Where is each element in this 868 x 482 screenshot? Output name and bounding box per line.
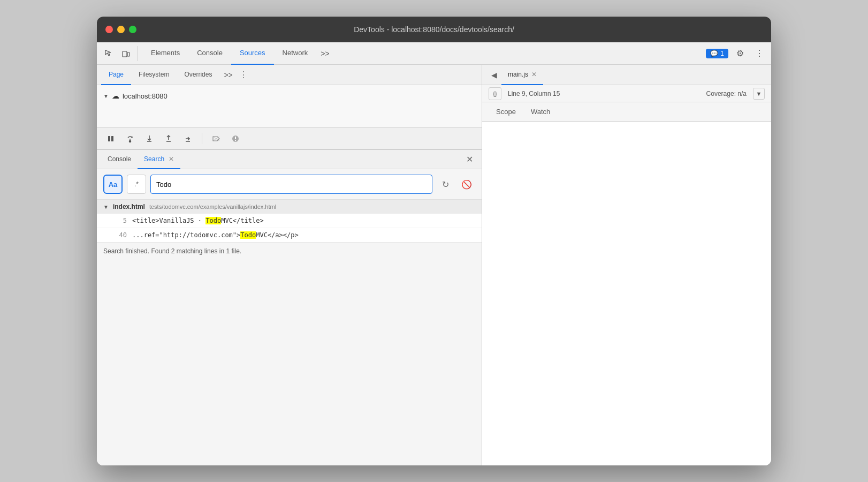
editor-header: ◀ main.js ✕ [482,65,771,85]
search-tab-label: Search [144,155,164,163]
format-source-button[interactable]: {} [489,87,501,100]
coverage-download-button[interactable]: ▼ [753,88,765,100]
main-area: Page Filesystem Overrides >> ⋮ ▼ ☁ local… [97,65,771,465]
step-out-button[interactable] [161,131,176,146]
refresh-search-button[interactable]: ↻ [437,176,454,193]
triangle-icon: ▼ [103,93,109,99]
line-content-5: <title>VanillaJS · TodoMVC</title> [132,217,264,224]
bottom-tabs: Console Search ✕ ✕ [97,150,482,169]
line-highlight-1: Todo [240,231,256,239]
bottom-panel: Console Search ✕ ✕ Aa .* ↻ [97,149,482,465]
notification-count: 1 [720,50,724,57]
pause-on-exceptions-button[interactable] [228,131,243,146]
file-tab-name: main.js [508,71,528,78]
search-input-area: Aa .* ↻ 🚫 [97,169,482,200]
pause-button[interactable] [103,131,118,146]
line-number-5: 5 [114,217,127,224]
host-label: localhost:8080 [123,92,167,100]
sources-tab-page[interactable]: Page [101,65,131,85]
line-content-40: ...ref="http://todomvc.com">TodoMVC</a><… [132,231,299,239]
file-tree-host[interactable]: ▼ ☁ localhost:8080 [97,89,482,102]
svg-rect-7 [235,140,236,141]
line-before-0: <title>VanillaJS · [132,217,205,224]
line-after-0: MVC</title> [221,217,263,224]
editor-file-tab[interactable]: main.js ✕ [501,65,543,85]
file-tab-close[interactable]: ✕ [531,71,537,78]
match-case-button[interactable]: Aa [103,175,123,194]
editor-nav-button[interactable]: ◀ [486,67,501,82]
result-file-name: index.html [113,203,145,210]
regex-button[interactable]: .* [127,175,146,194]
devtools-panel: Elements Console Sources Network >> 💬 1 … [97,42,771,465]
bottom-tab-console[interactable]: Console [101,150,138,169]
top-toolbar: Elements Console Sources Network >> 💬 1 … [97,42,771,65]
search-results: ▼ index.html tests/todomvc.com/examples/… [97,200,482,465]
sources-more-tabs[interactable]: >> [219,65,237,85]
toolbar-right: 💬 1 ⚙ ⋮ [706,46,767,61]
window-title: DevTools - localhost:8080/docs/devtools/… [354,25,514,34]
line-after-1: MVC</a></p> [256,231,298,239]
tab-console[interactable]: Console [188,42,231,65]
result-line-5[interactable]: 5 <title>VanillaJS · TodoMVC</title> [97,214,482,228]
minimize-button[interactable] [117,26,125,33]
notification-badge[interactable]: 💬 1 [706,49,728,58]
svg-rect-0 [123,51,127,57]
notification-icon: 💬 [710,50,718,57]
tab-network[interactable]: Network [274,42,317,65]
inspect-element-button[interactable] [101,46,116,61]
cursor-position: Line 9, Column 15 [508,90,560,97]
step-into-button[interactable] [142,131,157,146]
svg-point-4 [130,140,131,142]
editor-info-bar: {} Line 9, Column 15 Coverage: n/a ▼ [482,85,771,102]
svg-rect-2 [108,136,110,141]
debug-toolbar [97,128,482,149]
clear-search-button[interactable]: 🚫 [458,176,475,193]
settings-button[interactable]: ⚙ [733,46,748,61]
more-tabs-button[interactable]: >> [316,42,333,65]
more-options-button[interactable]: ⋮ [752,46,767,61]
scope-watch-bar: Scope Watch [482,102,771,122]
traffic-lights [105,26,136,33]
sources-tab-menu-icon[interactable]: ⋮ [239,70,248,80]
coverage-label: Coverage: n/a [706,90,747,97]
debug-separator [202,133,202,144]
svg-rect-6 [235,137,236,139]
line-number-40: 40 [114,231,127,239]
sources-tab-overrides[interactable]: Overrides [177,65,219,85]
result-file-header[interactable]: ▼ index.html tests/todomvc.com/examples/… [97,200,482,214]
console-tab-label: Console [108,155,131,163]
left-panel: Page Filesystem Overrides >> ⋮ ▼ ☁ local… [97,65,482,465]
sources-sub-tabs: Page Filesystem Overrides >> ⋮ [97,65,482,85]
close-bottom-panel-button[interactable]: ✕ [462,154,477,164]
title-bar: DevTools - localhost:8080/docs/devtools/… [97,17,771,42]
svg-rect-1 [127,52,130,56]
search-tab-close[interactable]: ✕ [169,155,174,163]
right-panel: ◀ main.js ✕ {} Line 9, Column 15 Coverag… [482,65,771,465]
tab-elements[interactable]: Elements [142,42,188,65]
bottom-tab-search[interactable]: Search ✕ [138,150,180,169]
file-tree: ▼ ☁ localhost:8080 [97,85,482,128]
result-triangle-icon: ▼ [103,204,109,210]
close-button[interactable] [105,26,113,33]
watch-tab[interactable]: Watch [523,102,558,122]
step-over-button[interactable] [123,131,138,146]
search-status: Search finished. Found 2 matching lines … [97,243,482,259]
cloud-icon: ☁ [112,92,119,100]
line-before-1: ...ref="http://todomvc.com"> [132,231,240,239]
tab-sources[interactable]: Sources [231,42,274,65]
step-button[interactable] [180,131,195,146]
scope-tab[interactable]: Scope [489,102,523,122]
toolbar-icons [101,46,138,61]
result-file-path: tests/todomvc.com/examples/vanillajs/ind… [149,204,276,210]
editor-body[interactable] [482,122,771,465]
svg-rect-3 [111,136,113,141]
device-toolbar-button[interactable] [118,46,133,61]
result-line-40[interactable]: 40 ...ref="http://todomvc.com">TodoMVC</… [97,228,482,243]
line-highlight-0: Todo [205,217,221,224]
deactivate-breakpoints-button[interactable] [209,131,224,146]
main-tab-bar: Elements Console Sources Network >> [142,42,706,65]
sources-tab-filesystem[interactable]: Filesystem [131,65,177,85]
search-input[interactable] [150,175,432,194]
maximize-button[interactable] [129,26,136,33]
